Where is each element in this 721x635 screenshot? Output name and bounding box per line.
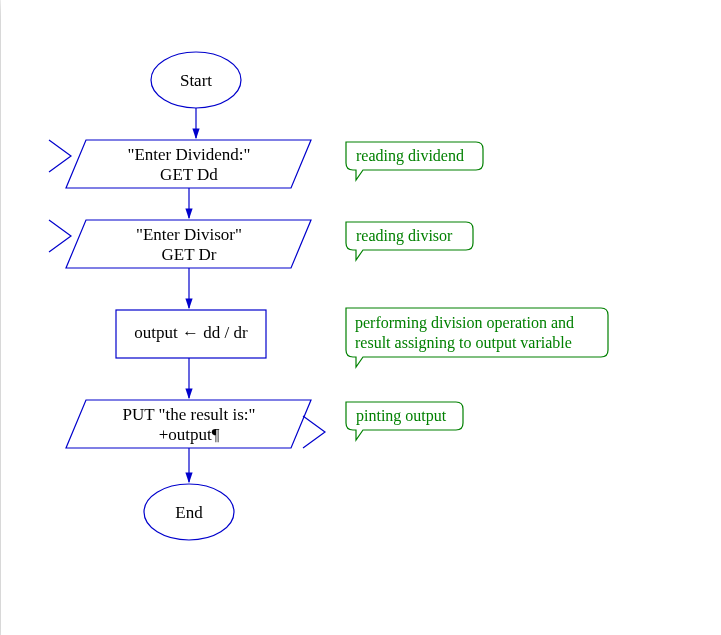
step1-line1: "Enter Dividend:" bbox=[127, 145, 250, 164]
end-label: End bbox=[175, 503, 203, 522]
step4-line1: PUT "the result is:" bbox=[122, 405, 255, 424]
step3-text: output ← dd / dr bbox=[134, 323, 248, 342]
step2-line2: GET Dr bbox=[161, 245, 216, 264]
output-arrow bbox=[303, 416, 325, 448]
step4-line2: +output¶ bbox=[158, 425, 219, 444]
step1-line2: GET Dd bbox=[160, 165, 218, 184]
input-arrow-2 bbox=[49, 220, 71, 252]
start-label: Start bbox=[179, 71, 211, 90]
annot4-text: pinting output bbox=[356, 407, 447, 425]
diagram-frame: Start "Enter Dividend:" GET Dd reading d… bbox=[1, 0, 721, 635]
annot3-line2: result assigning to output variable bbox=[355, 334, 572, 352]
flowchart-svg: Start "Enter Dividend:" GET Dd reading d… bbox=[21, 20, 701, 620]
step2-line1: "Enter Divisor" bbox=[136, 225, 242, 244]
annot3-line1: performing division operation and bbox=[355, 314, 574, 332]
annot1-text: reading dividend bbox=[356, 147, 464, 165]
input-arrow-1 bbox=[49, 140, 71, 172]
annot2-text: reading divisor bbox=[356, 227, 453, 245]
